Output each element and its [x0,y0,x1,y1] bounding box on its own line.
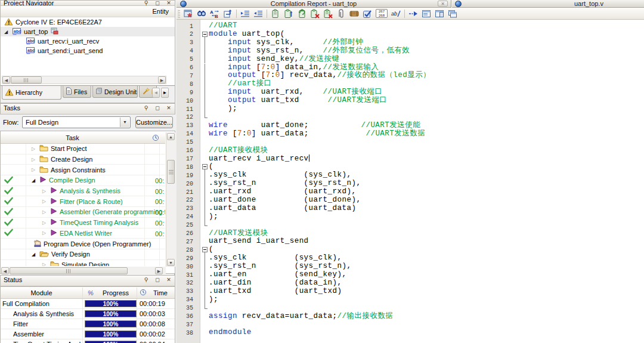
horizontal-scrollbar[interactable]: ◀ ▶ [1,267,166,275]
code-line[interactable]: .sys_rst_n (sys_rst_n), [209,262,351,271]
float-icon[interactable]: ◻ [154,276,161,283]
code-line[interactable]: ( [209,163,213,171]
indent-dec-icon[interactable] [253,9,263,18]
task-row[interactable]: Program Device (Open Programmer) [1,239,165,249]
code-line[interactable]: wire [7:0] uart_data; //UART发送数据 [209,130,425,138]
code-line[interactable]: uart_send i_uart_send [209,237,309,246]
paste-icon[interactable] [271,9,280,18]
tree-item[interactable]: Cyclone IV E: EP4CE6E22A7 [1,17,175,27]
module-column-header[interactable]: Module [1,289,82,296]
close-icon[interactable]: ✕ [438,1,448,7]
task-row[interactable]: ▷Assembler (Generate programming files)0… [1,207,165,218]
expander-icon[interactable]: ▷ [42,262,48,266]
replace-icon[interactable]: AB [210,9,219,18]
check-icon[interactable] [363,9,372,18]
entity-column-header[interactable]: Entity [1,6,175,17]
copy-up-icon[interactable] [284,9,293,18]
task-row[interactable]: ▷Analysis & Synthesis00: [1,186,165,197]
replace-x-icon[interactable] [323,9,333,18]
float-icon[interactable]: ◻ [154,0,161,6]
code-line[interactable]: .uart_en (send_key), [209,271,346,279]
code-line[interactable]: .uart_txd (uart_txd) [209,288,342,296]
flow-select[interactable]: Full Design ▼ [22,116,131,128]
code-line[interactable]: uart_recv i_uart_recv [209,154,309,163]
close-icon[interactable]: ✕ [165,276,172,283]
window-cascade-icon[interactable] [448,9,457,18]
window-tile-icon[interactable] [435,9,444,18]
code-line[interactable]: .sys_clk (sys_clk), [209,171,351,180]
scroll-up-icon[interactable]: ▲ [167,133,175,140]
code-line[interactable]: .uart_rxd (uart_rxd), [209,188,356,196]
chevron-down-icon[interactable]: ▼ [120,118,129,127]
ab-slash-icon[interactable]: ab [391,9,401,18]
code-line[interactable]: assign recv_data=uart_data;//输出接收数据 [209,313,393,321]
tab-scroll-left-icon[interactable]: ◄ [152,88,160,98]
copy-back-icon[interactable] [297,9,306,18]
code-line[interactable]: ); [209,213,218,221]
horizontal-scrollbar[interactable]: ◀ ▶ [2,76,166,84]
close-icon[interactable]: ✕ [165,104,172,112]
code-line[interactable]: ); [209,296,218,304]
task-row[interactable]: ◢Compile Design00: [1,175,165,186]
task-row[interactable]: ◢Verify Design [1,249,165,260]
fold-collapse-icon[interactable] [202,247,208,252]
task-column-header[interactable]: Task [1,134,144,141]
tree-item[interactable]: abduart_recv:i_uart_recv [1,36,175,46]
expander-icon[interactable]: ▷ [42,209,48,215]
code-line[interactable]: ( [209,246,213,254]
task-row[interactable]: ▷Start Project [1,144,165,154]
scroll-right-icon[interactable]: ▶ [155,267,163,274]
task-row[interactable]: ▷Fitter (Place & Route)00: [1,196,165,207]
tree-item[interactable]: abduart_send:i_uart_send [1,46,175,55]
float-icon[interactable]: ◻ [154,104,161,112]
expander-icon[interactable]: ◢ [4,29,10,35]
pin-icon[interactable]: ⚲ [143,0,150,6]
compilation-report-titlebar[interactable]: Compilation Report - uart_top ✕ [177,0,451,8]
code-line[interactable]: .sys_rst_n (sys_rst_n), [209,180,361,188]
task-row[interactable]: ▷TimeQuest Timing Analysis00: [1,218,165,228]
code-line[interactable]: //UART [209,22,237,30]
expander-icon[interactable]: ▷ [32,146,37,152]
expander-icon[interactable]: ◢ [32,178,37,183]
indent-inc-icon[interactable] [240,9,250,18]
pin-icon[interactable]: ⚲ [143,276,150,283]
code-line[interactable]: .uart_din (data_in), [209,279,342,288]
scroll-down-icon[interactable]: ▼ [167,259,175,266]
code-line[interactable]: wire uart_done; //UART发送使能 [209,122,420,130]
goto-icon[interactable] [223,9,233,18]
window-list-icon[interactable] [422,9,431,18]
vertical-scrollbar[interactable]: ▲ ▼ [166,132,175,267]
fold-collapse-icon[interactable] [202,32,208,37]
code-line[interactable]: endmodule [209,329,252,337]
expander-icon[interactable]: ▷ [42,220,48,225]
expander-icon[interactable]: ▷ [42,189,48,194]
code-line[interactable]: .uart_done (uart_done), [209,196,361,205]
code-line[interactable]: //UART发送模块 [209,230,268,238]
code-editor[interactable]: 1234567891011121314151617181920212223242… [177,20,644,343]
scroll-left-icon[interactable]: ◀ [2,76,10,84]
paperclip-icon[interactable] [336,9,346,18]
code-line[interactable]: input sys_rst_n, //外部复位信号，低有效 [209,47,410,55]
task-row[interactable]: ▷Create Design [1,154,165,165]
code-line[interactable]: module uart_top( [209,30,285,39]
find-icon[interactable] [197,9,206,18]
time-column-header[interactable]: Time [148,289,171,296]
code-line[interactable]: output uart_txd //UART发送端口 [209,97,387,105]
tab-hierarchy[interactable]: Hierarchy [2,86,61,100]
task-row[interactable]: ▷Assign Constraints [1,165,165,175]
code-text[interactable]: //UARTmodule uart_top( input sys_clk, //… [209,20,644,343]
tab-scroll-right-icon[interactable]: ► [161,88,169,98]
code-line[interactable]: ); [209,105,237,113]
close-icon[interactable]: ✕ [165,0,172,6]
delete-x-icon[interactable] [310,9,320,18]
customize-button[interactable]: Customize... [135,116,173,128]
task-row[interactable]: ▷EDA Netlist Writer00: [1,228,165,239]
expander-icon[interactable]: ▷ [32,167,37,172]
code-line[interactable]: input uart_rxd, //UART接收端口 [209,88,382,97]
expander-icon[interactable]: ◢ [32,252,37,257]
expander-icon[interactable]: ▷ [42,199,48,204]
progress-column-header[interactable]: Progress [95,289,137,296]
code-line[interactable]: .sys_clk (sys_clk), [209,254,342,262]
fold-collapse-icon[interactable] [202,164,208,169]
scroll-left-icon[interactable]: ◀ [1,267,9,274]
